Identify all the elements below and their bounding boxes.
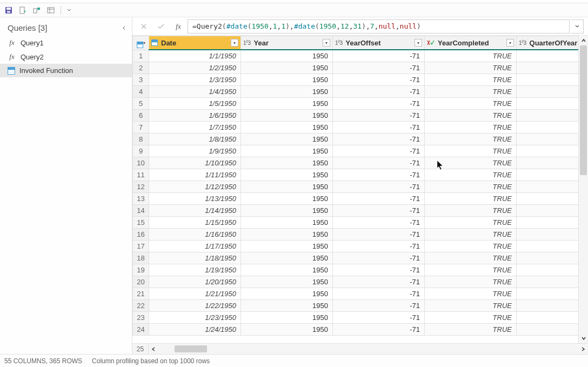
table-row[interactable]: 201/20/19501950-71TRUE [133,276,579,288]
cell[interactable] [517,288,579,299]
cell[interactable] [517,97,579,109]
cell[interactable]: 1950 [241,288,333,299]
qat-more-icon[interactable] [66,8,72,12]
row-number[interactable]: 7 [133,121,149,133]
cell[interactable] [517,121,579,133]
row-number[interactable]: 22 [133,299,149,311]
query-item[interactable]: fxQuery2 [0,50,132,64]
table-row[interactable]: 131/13/19501950-71TRUE [133,192,579,204]
formula-fx-icon[interactable]: fx [170,19,186,34]
row-number[interactable]: 10 [133,157,149,169]
cell[interactable]: -71 [333,85,425,97]
formula-expand-icon[interactable] [571,19,584,34]
cell[interactable]: -71 [333,264,425,276]
cell[interactable]: 1950 [241,157,333,169]
new-source-icon[interactable] [18,6,27,15]
cell[interactable]: -71 [333,228,425,240]
table-row[interactable]: 31/3/19501950-71TRUE [133,74,579,85]
row-number[interactable]: 6 [133,109,149,121]
cell[interactable]: -71 [333,216,425,228]
cell[interactable]: -71 [333,121,425,133]
vertical-scrollbar[interactable] [578,36,588,343]
scroll-right-icon[interactable] [578,344,588,354]
cell[interactable]: 1950 [241,181,333,192]
cell[interactable]: TRUE [425,228,517,240]
cell[interactable]: -71 [333,276,425,288]
cell[interactable]: 1/11/1950 [149,169,241,181]
cell[interactable] [517,264,579,276]
table-row[interactable]: 161/16/19501950-71TRUE [133,228,579,240]
table-row[interactable]: 101/10/19501950-71TRUE [133,157,579,169]
cell[interactable]: TRUE [425,50,517,62]
cell[interactable]: 1950 [241,323,333,335]
cell[interactable]: 1950 [241,169,333,181]
cell[interactable]: 1950 [241,204,333,216]
cell[interactable]: TRUE [425,109,517,121]
cell[interactable] [517,133,579,145]
cell[interactable]: 1/14/1950 [149,204,241,216]
table-row[interactable]: 81/8/19501950-71TRUE [133,133,579,145]
table-row[interactable]: 91/9/19501950-71TRUE [133,145,579,157]
cell[interactable] [517,216,579,228]
cell[interactable]: 1950 [241,264,333,276]
save-icon[interactable] [4,6,13,15]
table-row[interactable]: 171/17/19501950-71TRUE [133,240,579,252]
cell[interactable]: 1/7/1950 [149,121,241,133]
formula-commit-icon[interactable] [153,19,169,34]
cell[interactable]: TRUE [425,157,517,169]
table-row[interactable]: 71/7/19501950-71TRUE [133,121,579,133]
cell[interactable]: 1/19/1950 [149,264,241,276]
table-row[interactable]: 111/11/19501950-71TRUE [133,169,579,181]
cell[interactable]: 1950 [241,299,333,311]
cell[interactable]: TRUE [425,121,517,133]
cell[interactable]: -71 [333,311,425,323]
cell[interactable]: -71 [333,323,425,335]
cell[interactable]: 1/17/1950 [149,240,241,252]
table-row[interactable]: 231/23/19501950-71TRUE [133,311,579,323]
cell[interactable]: TRUE [425,276,517,288]
hscroll-thumb[interactable] [175,345,207,352]
cell[interactable]: 1/2/1950 [149,62,241,74]
cell[interactable] [517,276,579,288]
cell[interactable]: 1950 [241,74,333,85]
scroll-up-icon[interactable] [579,36,588,45]
table-row[interactable]: 11/1/19501950-71TRUE [133,50,579,62]
row-number[interactable]: 14 [133,204,149,216]
cell[interactable]: 1/18/1950 [149,252,241,264]
cell[interactable] [517,228,579,240]
cell[interactable] [517,240,579,252]
row-number[interactable]: 5 [133,97,149,109]
table-row[interactable]: 61/6/19501950-71TRUE [133,109,579,121]
cell[interactable]: TRUE [425,62,517,74]
scroll-down-icon[interactable] [579,333,588,343]
column-header[interactable]: Date▾ [149,36,241,50]
column-filter-icon[interactable]: ▾ [323,39,330,46]
cell[interactable]: 1/23/1950 [149,311,241,323]
cell[interactable]: 1950 [241,121,333,133]
cell[interactable] [517,50,579,62]
cell[interactable] [517,157,579,169]
cell[interactable]: TRUE [425,133,517,145]
cell[interactable]: 1950 [241,228,333,240]
table-row[interactable]: 51/5/19501950-71TRUE [133,97,579,109]
row-number[interactable]: 12 [133,181,149,192]
cell[interactable] [517,74,579,85]
row-number[interactable]: 2 [133,62,149,74]
cell[interactable]: 1950 [241,216,333,228]
cell[interactable]: 1950 [241,145,333,157]
table-row[interactable]: 151/15/19501950-71TRUE [133,216,579,228]
cell[interactable]: -71 [333,240,425,252]
cell[interactable]: TRUE [425,240,517,252]
column-filter-icon[interactable]: ▾ [415,39,422,46]
column-header[interactable]: YearCompleted▾ [425,36,517,50]
table-row[interactable]: 121/12/19501950-71TRUE [133,181,579,192]
cell[interactable]: 1/5/1950 [149,97,241,109]
cell[interactable]: 1950 [241,109,333,121]
row-number[interactable]: 11 [133,169,149,181]
row-number[interactable]: 16 [133,228,149,240]
cell[interactable]: 1/1/1950 [149,50,241,62]
cell[interactable]: TRUE [425,323,517,335]
cell[interactable] [517,145,579,157]
query-item[interactable]: fxQuery1 [0,36,132,50]
column-header[interactable]: 123Year▾ [241,36,333,50]
